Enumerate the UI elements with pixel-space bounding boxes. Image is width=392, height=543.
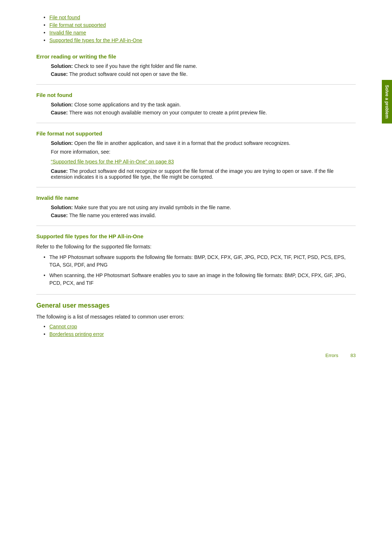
supported-file-types-heading: Supported file types for the HP All-in-O… — [36, 233, 356, 239]
solution-label-2: Solution: — [51, 102, 73, 108]
invalid-file-name-heading: Invalid file name — [36, 195, 356, 201]
page-footer: Errors 83 — [326, 353, 356, 358]
supported-types-bullet-1: The HP Photosmart software supports the … — [44, 254, 356, 269]
cause-label-3: Cause: — [51, 168, 68, 174]
file-not-found-cause: Cause:There was not enough available mem… — [36, 110, 356, 116]
solution-label-3: Solution: — [51, 140, 73, 146]
divider-4 — [36, 226, 356, 226]
general-user-messages-list: Cannot crop Borderless printing error — [36, 324, 356, 337]
side-tab-label: Solve a problem — [384, 85, 389, 119]
file-format-solution: Solution:Open the file in another applic… — [36, 140, 356, 146]
solution-text-1: Check to see if you have the right folde… — [74, 63, 197, 69]
cause-text-4: The file name you entered was invalid. — [69, 212, 156, 218]
toc-link-file-not-found[interactable]: File not found — [49, 15, 80, 20]
section-invalid-file-name: Invalid file name Solution:Make sure tha… — [36, 195, 356, 218]
toc-item-4: Supported file types for the HP All-in-O… — [44, 37, 356, 43]
file-format-not-supported-heading: File format not supported — [36, 130, 356, 137]
invalid-file-name-cause: Cause:The file name you entered was inva… — [36, 212, 356, 218]
toc-link-invalid-file-name[interactable]: Invalid file name — [49, 30, 86, 36]
supported-file-types-list: The HP Photosmart software supports the … — [36, 254, 356, 287]
supported-types-link[interactable]: “Supported file types for the HP All-in-… — [51, 159, 174, 165]
footer-page-number: 83 — [351, 353, 356, 358]
section-general-user-messages: General user messages The following is a… — [36, 302, 356, 337]
page-container: Solve a problem File not found File form… — [0, 0, 392, 369]
section-error-reading: Error reading or writing the file Soluti… — [36, 53, 356, 77]
cause-label-1: Cause: — [51, 71, 68, 77]
cause-text-2: There was not enough available memory on… — [69, 110, 267, 116]
cause-text-1: The product software could not open or s… — [69, 71, 188, 77]
error-reading-heading: Error reading or writing the file — [36, 53, 356, 60]
borderless-printing-error-link[interactable]: Borderless printing error — [49, 331, 104, 337]
section-supported-file-types: Supported file types for the HP All-in-O… — [36, 233, 356, 287]
solution-text-3: Open the file in another application, an… — [74, 140, 290, 146]
supported-types-link-wrapper: “Supported file types for the HP All-in-… — [36, 159, 356, 165]
toc-list: File not found File format not supported… — [36, 15, 356, 43]
section-file-format-not-supported: File format not supported Solution:Open … — [36, 130, 356, 180]
file-not-found-heading: File not found — [36, 92, 356, 98]
divider-2 — [36, 123, 356, 123]
cause-label-2: Cause: — [51, 110, 68, 116]
cannot-crop-link[interactable]: Cannot crop — [49, 324, 77, 329]
toc-link-file-format-not-supported[interactable]: File format not supported — [49, 22, 106, 28]
general-user-messages-intro: The following is a list of messages rela… — [36, 313, 356, 321]
solution-text-4: Make sure that you are not using any inv… — [74, 204, 231, 210]
cause-text-3: The product software did not recognize o… — [51, 168, 334, 180]
section-file-not-found: File not found Solution:Close some appli… — [36, 92, 356, 116]
general-user-messages-heading: General user messages — [36, 302, 356, 309]
file-not-found-solution: Solution:Close some applications and try… — [36, 102, 356, 108]
solution-text-2: Close some applications and try the task… — [74, 102, 181, 108]
for-more-info-text: For more information, see: — [36, 148, 356, 156]
error-reading-solution: Solution:Check to see if you have the ri… — [36, 63, 356, 69]
invalid-file-name-solution: Solution:Make sure that you are not usin… — [36, 204, 356, 210]
file-format-cause: Cause:The product software did not recog… — [36, 168, 356, 180]
general-msg-item-2: Borderless printing error — [44, 331, 356, 337]
divider-3 — [36, 187, 356, 187]
side-tab: Solve a problem — [382, 80, 392, 123]
footer-label: Errors — [326, 353, 338, 358]
toc-item-1: File not found — [44, 15, 356, 20]
supported-file-types-intro: Refer to the following for the supported… — [36, 243, 356, 251]
cause-label-4: Cause: — [51, 212, 68, 218]
toc-item-3: Invalid file name — [44, 30, 356, 36]
error-reading-cause: Cause:The product software could not ope… — [36, 71, 356, 77]
divider-5 — [36, 294, 356, 295]
divider-1 — [36, 84, 356, 85]
general-msg-item-1: Cannot crop — [44, 324, 356, 329]
toc-link-supported-file-types[interactable]: Supported file types for the HP All-in-O… — [49, 37, 142, 43]
toc-item-2: File format not supported — [44, 22, 356, 28]
supported-types-bullet-2: When scanning, the HP Photosmart Softwar… — [44, 272, 356, 287]
solution-label-1: Solution: — [51, 63, 73, 69]
solution-label-4: Solution: — [51, 204, 73, 210]
